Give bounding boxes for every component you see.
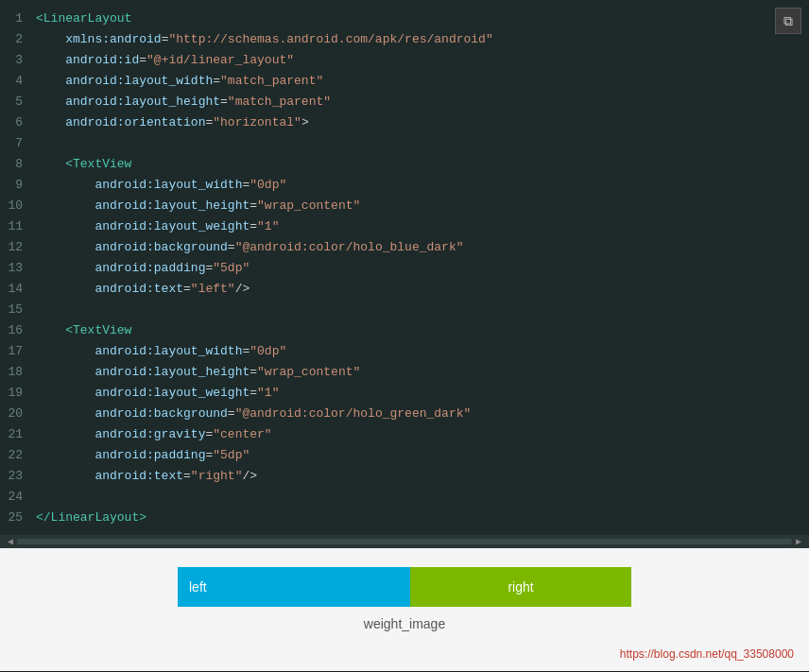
line-content: android:layout_height="match_parent" [34, 95, 809, 109]
line-number: 24 [0, 490, 34, 504]
preview-bar: left right [178, 567, 631, 607]
code-line: 5 android:layout_height="match_parent" [0, 91, 809, 112]
line-content: android:layout_height="wrap_content" [34, 198, 809, 213]
line-number: 15 [0, 302, 34, 317]
code-line: 11 android:layout_weight="1" [0, 215, 809, 236]
bar-left: left [178, 567, 410, 607]
line-number: 2 [0, 32, 34, 46]
code-line: 6 android:orientation="horizontal"> [0, 112, 809, 132]
line-number: 5 [0, 95, 34, 109]
line-number: 18 [0, 365, 34, 379]
code-line: 1<LinearLayout [0, 8, 809, 28]
code-line: 19 android:layout_weight="1" [0, 382, 809, 403]
line-content: android:id="@+id/linear_layout" [34, 53, 809, 67]
line-content: android:gravity="center" [34, 427, 809, 441]
horizontal-scrollbar[interactable]: ◀ ▶ [0, 535, 809, 548]
code-line: 21 android:gravity="center" [0, 423, 809, 444]
code-line: 10 android:layout_height="wrap_content" [0, 195, 809, 215]
code-line: 20 android:background="@android:color/ho… [0, 403, 809, 423]
line-number: 3 [0, 53, 34, 67]
line-number: 13 [0, 261, 34, 275]
line-number: 1 [0, 11, 34, 26]
line-content: android:layout_width="match_parent" [34, 74, 809, 88]
line-number: 10 [0, 198, 34, 213]
line-number: 7 [0, 136, 34, 150]
line-number: 14 [0, 282, 34, 296]
line-number: 6 [0, 115, 34, 129]
line-number: 23 [0, 469, 34, 483]
scrollbar-track[interactable] [17, 539, 792, 544]
scroll-left-arrow[interactable]: ◀ [4, 536, 17, 547]
line-content: <TextView [34, 323, 809, 337]
line-content: android:layout_width="0dp" [34, 344, 809, 358]
line-number: 19 [0, 386, 34, 400]
code-line: 12 android:background="@android:color/ho… [0, 236, 809, 257]
code-line: 24 [0, 486, 809, 507]
line-number: 21 [0, 427, 34, 441]
code-line: 17 android:layout_width="0dp" [0, 340, 809, 361]
line-number: 17 [0, 344, 34, 358]
code-line: 22 android:padding="5dp" [0, 444, 809, 465]
line-content: android:layout_height="wrap_content" [34, 365, 809, 379]
line-content: </LinearLayout> [34, 510, 809, 525]
code-line: 23 android:text="right"/> [0, 465, 809, 486]
line-number: 16 [0, 323, 34, 337]
code-line: 3 android:id="@+id/linear_layout" [0, 49, 809, 70]
bar-right: right [410, 567, 631, 607]
code-line: 7 [0, 132, 809, 153]
line-number: 9 [0, 178, 34, 192]
code-editor: ⧉ 1<LinearLayout2 xmlns:android="http://… [0, 0, 809, 535]
line-number: 25 [0, 510, 34, 525]
code-line: 15 [0, 299, 809, 319]
line-content: android:background="@android:color/holo_… [34, 240, 809, 254]
line-content: <LinearLayout [34, 11, 809, 26]
code-line: 25</LinearLayout> [0, 507, 809, 527]
line-content: android:text="right"/> [34, 469, 809, 483]
line-content: android:padding="5dp" [34, 261, 809, 275]
line-number: 22 [0, 448, 34, 462]
line-content: android:padding="5dp" [34, 448, 809, 462]
code-line: 14 android:text="left"/> [0, 278, 809, 299]
code-line: 9 android:layout_width="0dp" [0, 174, 809, 195]
line-content: android:layout_weight="1" [34, 219, 809, 233]
line-number: 20 [0, 406, 34, 421]
line-content: android:text="left"/> [34, 282, 809, 296]
line-number: 11 [0, 219, 34, 233]
line-content: xmlns:android="http://schemas.android.co… [34, 32, 809, 46]
line-content: android:layout_width="0dp" [34, 178, 809, 192]
scroll-right-arrow[interactable]: ▶ [792, 536, 805, 547]
line-number: 8 [0, 157, 34, 171]
preview-link[interactable]: https://blog.csdn.net/qq_33508000 [620, 647, 794, 661]
code-line: 4 android:layout_width="match_parent" [0, 70, 809, 91]
line-content: <TextView [34, 157, 809, 171]
code-line: 13 android:padding="5dp" [0, 257, 809, 278]
code-line: 8 <TextView [0, 153, 809, 174]
line-content: android:background="@android:color/holo_… [34, 406, 809, 421]
copy-button[interactable]: ⧉ [775, 8, 801, 34]
code-line: 18 android:layout_height="wrap_content" [0, 361, 809, 382]
preview-caption: weight_image [0, 616, 809, 637]
preview-section: left right weight_image https://blog.csd… [0, 548, 809, 671]
code-line: 2 xmlns:android="http://schemas.android.… [0, 28, 809, 49]
line-content: android:layout_weight="1" [34, 386, 809, 400]
code-lines-container: 1<LinearLayout2 xmlns:android="http://sc… [0, 8, 809, 527]
code-line: 16 <TextView [0, 319, 809, 340]
line-number: 12 [0, 240, 34, 254]
line-number: 4 [0, 74, 34, 88]
line-content: android:orientation="horizontal"> [34, 115, 809, 129]
